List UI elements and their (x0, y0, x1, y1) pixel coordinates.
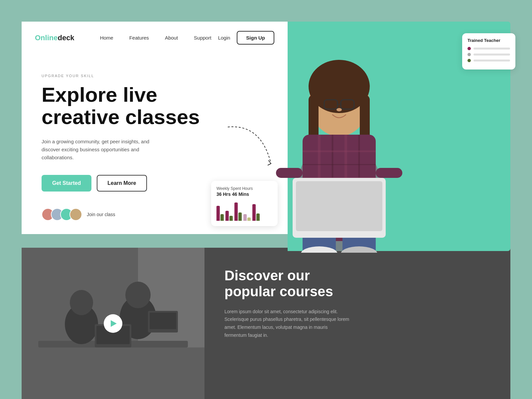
teacher-dot-1 (467, 47, 471, 50)
bar-1a (216, 206, 220, 221)
bar-4a (243, 214, 247, 221)
nav-link-support[interactable]: Support (194, 35, 211, 41)
teacher-line-3 (473, 60, 510, 62)
nav-item-home[interactable]: Home (100, 35, 113, 41)
bar-group-3 (234, 202, 242, 221)
video-section (22, 248, 204, 399)
discover-description: Lorem ipsum dolor sit amet, consectetur … (224, 308, 351, 339)
weekly-card-title: Weekly Spent Hours (216, 186, 272, 191)
teacher-dot-2 (467, 53, 471, 56)
bar-group-1 (216, 206, 224, 221)
teacher-dot-3 (467, 59, 471, 62)
join-text: Join our class (87, 212, 115, 217)
logo-green: Online (35, 34, 58, 42)
bar-5b (256, 213, 260, 221)
bar-group-2 (225, 211, 233, 221)
learn-more-button[interactable]: Learn More (97, 175, 147, 192)
video-overlay (22, 248, 204, 399)
teacher-card: Trained Teacher (462, 33, 515, 69)
discover-title-line1: Discover our (224, 268, 310, 283)
bar-4b (247, 217, 251, 221)
avatars (42, 208, 82, 221)
discover-title-line2: popular courses (224, 284, 333, 299)
svg-rect-21 (376, 168, 402, 178)
svg-point-9 (336, 108, 342, 111)
bar-2a (225, 211, 229, 221)
bar-1b (220, 214, 224, 221)
discover-section: Discover our popular courses Lorem ipsum… (204, 248, 510, 399)
nav-item-about[interactable]: About (165, 35, 178, 41)
bar-chart (216, 201, 272, 221)
logo: Onlinedeck (35, 34, 74, 42)
bar-group-4 (243, 214, 251, 221)
svg-rect-20 (276, 168, 303, 178)
bar-3b (238, 212, 242, 221)
nav-links: Home Features About Support (100, 35, 211, 41)
hero-person-area (259, 22, 419, 253)
nav-item-features[interactable]: Features (129, 35, 149, 41)
teacher-line-2 (473, 54, 510, 56)
nav-link-home[interactable]: Home (100, 35, 113, 41)
nav-item-support[interactable]: Support (194, 35, 211, 41)
teacher-line-1 (473, 48, 510, 50)
bar-2b (229, 216, 233, 221)
bar-5a (252, 204, 256, 221)
logo-black: deck (58, 34, 74, 42)
play-button[interactable] (104, 314, 122, 333)
bottom-section: Discover our popular courses Lorem ipsum… (22, 248, 510, 399)
avatar-4 (69, 208, 82, 221)
teacher-item-3 (467, 59, 510, 62)
get-started-button[interactable]: Get Started (42, 175, 91, 192)
hero-title-line2: creative classes (42, 105, 200, 128)
nav-link-about[interactable]: About (165, 35, 178, 41)
navbar: Onlinedeck Home Features About Support L… (22, 22, 288, 54)
bar-3a (234, 202, 238, 221)
login-button[interactable]: Login (211, 35, 237, 41)
teacher-item-1 (467, 47, 510, 50)
hero-label: UPGRADE YOUR SKILL (42, 74, 274, 78)
teacher-item-2 (467, 53, 510, 56)
hero-description: Join a growing community, get peer insig… (42, 138, 165, 162)
person-illustration (259, 22, 419, 253)
bar-group-5 (252, 204, 260, 221)
teacher-card-title: Trained Teacher (467, 38, 510, 43)
hero-title: Explore live creative classes (42, 84, 214, 128)
page-wrapper: Onlinedeck Home Features About Support L… (0, 0, 532, 399)
hero-title-line1: Explore live (42, 83, 157, 106)
nav-link-features[interactable]: Features (129, 35, 149, 41)
play-icon (111, 320, 117, 327)
discover-title: Discover our popular courses (224, 268, 490, 300)
weekly-card: Weekly Spent Hours 36 Hrs 46 Mins (211, 181, 278, 226)
svg-rect-23 (296, 181, 382, 231)
weekly-card-time: 36 Hrs 46 Mins (216, 192, 272, 197)
